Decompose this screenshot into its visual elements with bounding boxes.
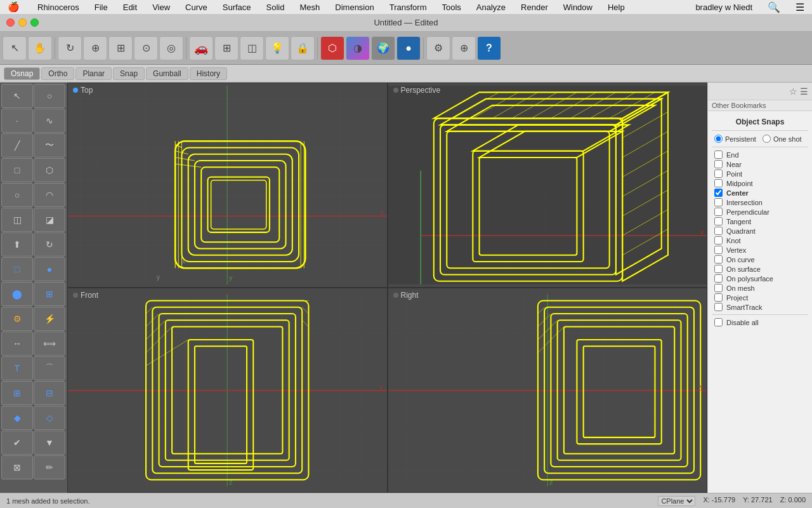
menu-render[interactable]: Render [518, 3, 551, 12]
rendered-mode[interactable]: ◑ [346, 36, 370, 60]
menu-solid[interactable]: Solid [264, 3, 287, 12]
solid-sphere[interactable]: ● [34, 257, 65, 281]
freeform-curve[interactable]: 〜 [34, 133, 65, 157]
wireframe-display[interactable]: ⊞ [214, 36, 239, 60]
oneshot-radio[interactable]: One shot [763, 135, 802, 143]
point-tool[interactable]: · [1, 109, 33, 133]
snap-disable-all[interactable]: Disable all [712, 318, 808, 327]
viewport-top[interactable]: Top [67, 83, 388, 288]
dim-linear[interactable]: T [1, 356, 33, 380]
menu-file[interactable]: File [92, 3, 110, 12]
menu-icon[interactable]: ☰ [793, 1, 807, 13]
zoom-extents-tool[interactable]: ⊕ [83, 36, 107, 60]
walk-tool[interactable]: 🚗 [189, 36, 213, 60]
raytrace-mode[interactable]: ● [396, 36, 421, 60]
help-tool[interactable]: ? [477, 36, 501, 60]
lightning-tool[interactable]: ⚡ [34, 307, 65, 331]
rectangle-tool[interactable]: □ [1, 158, 33, 182]
move-tool[interactable]: ↔ [1, 331, 33, 356]
line-tool[interactable]: ╱ [1, 133, 33, 157]
zoom-target-tool[interactable]: ◎ [159, 36, 183, 60]
menu-analyze[interactable]: Analyze [474, 3, 508, 12]
menu-curve[interactable]: Curve [183, 3, 210, 12]
array-left[interactable]: ⊞ [1, 381, 33, 405]
select-left[interactable]: ↖ [1, 84, 33, 108]
eraser-tool[interactable]: ✏ [34, 455, 65, 479]
3d-face-tool[interactable]: ◆ [1, 406, 33, 430]
apple-menu[interactable]: 🍎 [5, 1, 22, 13]
menu-tools[interactable]: Tools [439, 3, 463, 12]
snap-midpoint[interactable]: Midpoint [712, 178, 808, 188]
snap-perpendicular[interactable]: Perpendicular [712, 207, 808, 217]
menu-surface[interactable]: Surface [220, 3, 254, 12]
menu-rhinoceros[interactable]: Rhinoceros [35, 3, 82, 12]
lasso-select[interactable]: ○ [34, 84, 65, 108]
menu-transform[interactable]: Transform [387, 3, 429, 12]
orient-tool[interactable]: ⊟ [34, 381, 65, 405]
snap-knot[interactable]: Knot [712, 236, 808, 245]
check-tool[interactable]: ✔ [1, 431, 33, 455]
snap-quadrant[interactable]: Quadrant [712, 226, 808, 236]
menu-mesh[interactable]: Mesh [298, 3, 323, 12]
bookmark-star-icon[interactable]: ☆ [789, 86, 797, 97]
snap-onmesh[interactable]: On mesh [712, 283, 808, 293]
revolve-tool[interactable]: ↻ [34, 232, 65, 257]
snap-smarttrack[interactable]: SmartTrack [712, 302, 808, 312]
viewport-right[interactable]: Right [388, 288, 708, 493]
snap-point[interactable]: Point [712, 169, 808, 178]
arc-tool[interactable]: ◠ [34, 183, 65, 207]
hatch-tool[interactable]: ⊠ [1, 455, 33, 479]
render-preview[interactable]: ⬡ [320, 36, 344, 60]
arctic-mode[interactable]: 🌍 [371, 36, 395, 60]
snap-onsurface[interactable]: On surface [712, 264, 808, 274]
close-button[interactable] [6, 18, 15, 27]
select-tool[interactable]: ↖ [3, 36, 27, 60]
menu-dimension[interactable]: Dimension [332, 3, 376, 12]
snap-end[interactable]: End [712, 150, 808, 159]
snap-oncurve[interactable]: On curve [712, 255, 808, 264]
history-button[interactable]: History [190, 67, 227, 80]
snap-button[interactable]: Snap [113, 67, 145, 80]
lock-display[interactable]: 🔒 [291, 36, 315, 60]
extrude-tool[interactable]: ⬆ [1, 232, 33, 257]
ortho-button[interactable]: Ortho [41, 67, 74, 80]
mirror-tool[interactable]: ⟺ [34, 331, 65, 356]
cplane-select[interactable]: CPlane [658, 496, 695, 506]
arrow-down-tool[interactable]: ▼ [34, 431, 65, 455]
shaded-display[interactable]: ◫ [240, 36, 264, 60]
maximize-button[interactable] [30, 18, 39, 27]
menu-view[interactable]: View [150, 3, 173, 12]
solid-box[interactable]: □ [1, 257, 33, 281]
gumball-button[interactable]: Gumball [146, 67, 188, 80]
zoom-window-tool[interactable]: ⊞ [108, 36, 133, 60]
snap-center[interactable]: Center [712, 188, 808, 197]
snap-tangent[interactable]: Tangent [712, 217, 808, 226]
menu-edit[interactable]: Edit [121, 3, 140, 12]
snap-intersection[interactable]: Intersection [712, 197, 808, 207]
snap-onpolysurface[interactable]: On polysurface [712, 274, 808, 283]
surface-from-curves[interactable]: ◪ [34, 208, 65, 232]
search-icon[interactable]: 🔍 [765, 1, 783, 13]
snap-project[interactable]: Project [712, 293, 808, 302]
planar-button[interactable]: Planar [75, 67, 112, 80]
snap-near[interactable]: Near [712, 159, 808, 169]
polygon-tool[interactable]: ⬡ [34, 158, 65, 182]
curve-tool[interactable]: ∿ [34, 109, 65, 133]
gear-tool[interactable]: ⚙ [1, 307, 33, 331]
osnap-button[interactable]: Osnap [4, 67, 40, 80]
array-tool[interactable]: ⊕ [452, 36, 476, 60]
solid-cylinder[interactable]: ⬤ [1, 282, 33, 306]
menu-window[interactable]: Window [561, 3, 595, 12]
bookmark-menu-icon[interactable]: ☰ [800, 86, 808, 97]
viewport-perspective[interactable]: Perspective [388, 83, 708, 288]
pan-tool[interactable]: ✋ [28, 36, 52, 60]
snap-vertex[interactable]: Vertex [712, 245, 808, 255]
circle-tool[interactable]: ○ [1, 183, 33, 207]
zoom-scale-tool[interactable]: ⊙ [134, 36, 158, 60]
light-display[interactable]: 💡 [265, 36, 289, 60]
surface-tool[interactable]: ◫ [1, 208, 33, 232]
mesh-tool[interactable]: ⊞ [34, 282, 65, 306]
dim-radial[interactable]: ⌒ [34, 356, 65, 380]
subobject-tool[interactable]: ◇ [34, 406, 65, 430]
construct-tool[interactable]: ⚙ [426, 36, 450, 60]
